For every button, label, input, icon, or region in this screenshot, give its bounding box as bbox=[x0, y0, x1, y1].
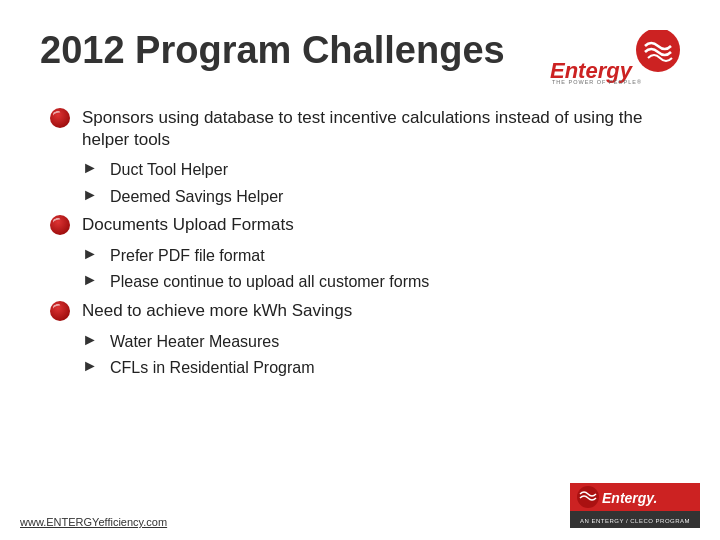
svg-text:THE POWER OF PEOPLE®: THE POWER OF PEOPLE® bbox=[552, 79, 642, 85]
sub-text-2-2: Please continue to upload all customer f… bbox=[110, 271, 429, 293]
sub-bullets-1: ► Duct Tool Helper ► Deemed Savings Help… bbox=[82, 159, 680, 208]
main-bullet-1: Sponsors using database to test incentiv… bbox=[50, 107, 680, 151]
sub-text-1-2: Deemed Savings Helper bbox=[110, 186, 283, 208]
bullet-icon-2 bbox=[50, 215, 72, 237]
entergy-logo: Entergy THE POWER OF PEOPLE® bbox=[550, 30, 680, 85]
main-bullet-3: Need to achieve more kWh Savings bbox=[50, 300, 680, 323]
sub-bullet-1-1: ► Duct Tool Helper bbox=[82, 159, 680, 181]
sub-bullets-2: ► Prefer PDF file format ► Please contin… bbox=[82, 245, 680, 294]
entergy-solutions-logo: Entergy. AN ENTERGY / CLECO PROGRAM bbox=[570, 483, 700, 528]
bullet-text-1: Sponsors using database to test incentiv… bbox=[82, 107, 680, 151]
bullet-text-2: Documents Upload Formats bbox=[82, 214, 680, 236]
bullet-icon-1 bbox=[50, 108, 72, 130]
slide-content: Sponsors using database to test incentiv… bbox=[40, 107, 680, 380]
sub-arrow-icon: ► bbox=[82, 159, 100, 177]
sub-arrow-icon: ► bbox=[82, 271, 100, 289]
sub-arrow-icon: ► bbox=[82, 357, 100, 375]
sub-text-2-1: Prefer PDF file format bbox=[110, 245, 265, 267]
sub-text-3-2: CFLs in Residential Program bbox=[110, 357, 315, 379]
footer-link[interactable]: www.ENTERGYefficiency.com bbox=[20, 516, 167, 528]
logo-svg: Entergy THE POWER OF PEOPLE® bbox=[550, 30, 680, 85]
bullet-icon-3 bbox=[50, 301, 72, 323]
sub-text-1-1: Duct Tool Helper bbox=[110, 159, 228, 181]
bullet-text-3: Need to achieve more kWh Savings bbox=[82, 300, 680, 322]
main-bullet-2: Documents Upload Formats bbox=[50, 214, 680, 237]
sub-bullets-3: ► Water Heater Measures ► CFLs in Reside… bbox=[82, 331, 680, 380]
sub-text-3-1: Water Heater Measures bbox=[110, 331, 279, 353]
sub-bullet-3-1: ► Water Heater Measures bbox=[82, 331, 680, 353]
svg-text:Entergy.: Entergy. bbox=[602, 490, 658, 506]
sub-bullet-2-1: ► Prefer PDF file format bbox=[82, 245, 680, 267]
slide: 2012 Program Challenges Entergy THE POWE… bbox=[0, 0, 720, 540]
sub-bullet-1-2: ► Deemed Savings Helper bbox=[82, 186, 680, 208]
svg-text:AN ENTERGY / CLECO PROGRAM: AN ENTERGY / CLECO PROGRAM bbox=[580, 518, 690, 524]
slide-title: 2012 Program Challenges bbox=[40, 30, 505, 72]
slide-header: 2012 Program Challenges Entergy THE POWE… bbox=[40, 30, 680, 85]
sub-arrow-icon: ► bbox=[82, 186, 100, 204]
sub-arrow-icon: ► bbox=[82, 331, 100, 349]
sub-bullet-2-2: ► Please continue to upload all customer… bbox=[82, 271, 680, 293]
entergy-logo-area: Entergy THE POWER OF PEOPLE® bbox=[550, 30, 680, 85]
sub-bullet-3-2: ► CFLs in Residential Program bbox=[82, 357, 680, 379]
solutions-svg: Entergy. AN ENTERGY / CLECO PROGRAM bbox=[570, 483, 700, 528]
slide-footer: www.ENTERGYefficiency.com Entergy. AN EN… bbox=[0, 483, 720, 528]
sub-arrow-icon: ► bbox=[82, 245, 100, 263]
